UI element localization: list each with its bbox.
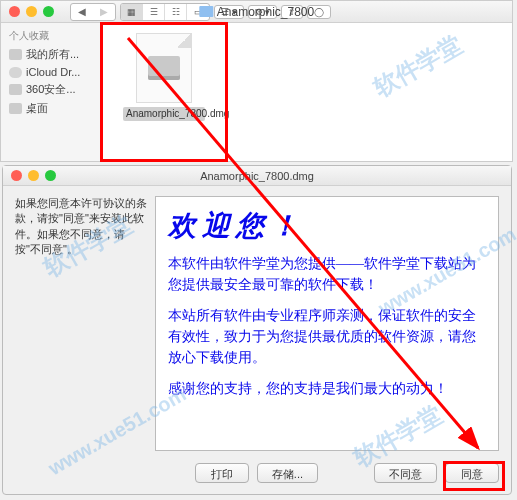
- forward-button[interactable]: ▶: [93, 4, 115, 20]
- file-label: Anamorphic_7800.dmg: [123, 107, 205, 121]
- file-pane[interactable]: Anamorphic_7800.dmg: [101, 23, 512, 161]
- close-icon[interactable]: [11, 170, 22, 181]
- folder-icon: [199, 6, 213, 17]
- close-icon[interactable]: [9, 6, 20, 17]
- view-switcher: ▦ ☰ ☷ ▭: [120, 3, 210, 21]
- save-button[interactable]: 存储...: [257, 463, 318, 483]
- back-button[interactable]: ◀: [71, 4, 93, 20]
- sidebar: 个人收藏 我的所有... iCloud Dr... 360安全... 桌面: [1, 23, 101, 161]
- window-controls[interactable]: [11, 170, 56, 181]
- sidebar-item-label: 我的所有...: [26, 47, 79, 62]
- sidebar-item-label: 桌面: [26, 101, 48, 116]
- disk-icon: [148, 56, 180, 80]
- disagree-button[interactable]: 不同意: [374, 463, 437, 483]
- license-dialog: Anamorphic_7800.dmg 如果您同意本许可协议的条款，请按"同意"…: [2, 165, 512, 495]
- desktop-icon: [9, 103, 22, 114]
- sidebar-item-label: iCloud Dr...: [26, 66, 80, 78]
- sidebar-item-desktop[interactable]: 桌面: [1, 99, 100, 118]
- sidebar-heading: 个人收藏: [1, 27, 100, 45]
- sidebar-item-label: 360安全...: [26, 82, 76, 97]
- maximize-icon[interactable]: [45, 170, 56, 181]
- column-view-button[interactable]: ☷: [165, 4, 187, 20]
- license-p2: 本站所有软件由专业程序师亲测，保证软件的安全有效性，致力于为您提供最优质的软件资…: [168, 305, 486, 368]
- window-title: Anamorphic_7800: [199, 5, 314, 19]
- license-p3: 感谢您的支持，您的支持是我们最大的动力！: [168, 378, 486, 399]
- sidebar-item-360[interactable]: 360安全...: [1, 80, 100, 99]
- dialog-description: 如果您同意本许可协议的条款，请按"同意"来安装此软件。如果您不同意，请按"不同意…: [15, 196, 147, 451]
- nav-arrows: ◀ ▶: [70, 3, 116, 21]
- cloud-icon: [9, 67, 22, 78]
- license-text-panel[interactable]: 欢迎您！ 本软件由软件学堂为您提供——软件学堂下载站为您提供最安全最可靠的软件下…: [155, 196, 499, 451]
- print-button[interactable]: 打印: [195, 463, 249, 483]
- agree-button[interactable]: 同意: [445, 463, 499, 483]
- dmg-icon: [136, 33, 192, 103]
- maximize-icon[interactable]: [43, 6, 54, 17]
- dialog-title: Anamorphic_7800.dmg: [200, 170, 314, 182]
- license-p1: 本软件由软件学堂为您提供——软件学堂下载站为您提供最安全最可靠的软件下载！: [168, 253, 486, 295]
- minimize-icon[interactable]: [28, 170, 39, 181]
- sidebar-item-allfiles[interactable]: 我的所有...: [1, 45, 100, 64]
- drive-icon: [9, 49, 22, 60]
- icon-view-button[interactable]: ▦: [121, 4, 143, 20]
- window-title-text: Anamorphic_7800: [217, 5, 314, 19]
- window-controls[interactable]: [9, 6, 54, 17]
- file-item[interactable]: Anamorphic_7800.dmg: [123, 33, 205, 121]
- list-view-button[interactable]: ☰: [143, 4, 165, 20]
- license-body: 本软件由软件学堂为您提供——软件学堂下载站为您提供最安全最可靠的软件下载！ 本站…: [168, 253, 486, 399]
- sidebar-item-icloud[interactable]: iCloud Dr...: [1, 64, 100, 80]
- minimize-icon[interactable]: [26, 6, 37, 17]
- welcome-title: 欢迎您！: [168, 207, 486, 245]
- folder-icon: [9, 84, 22, 95]
